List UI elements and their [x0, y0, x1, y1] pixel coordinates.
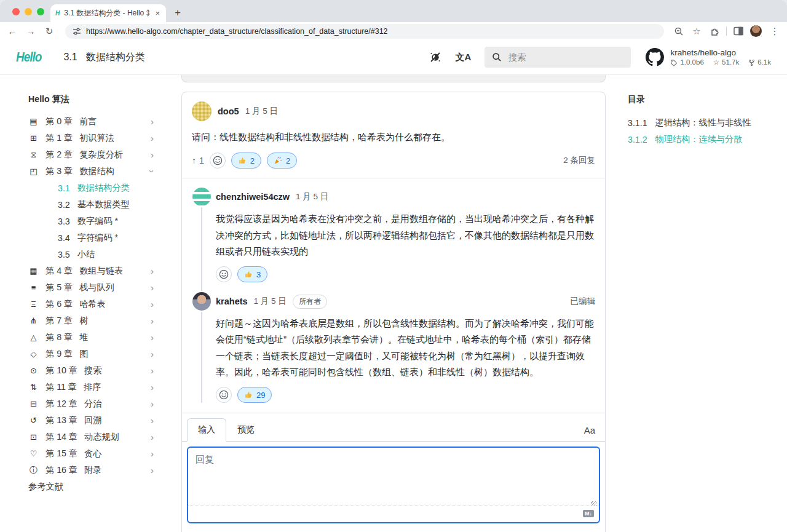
avatar[interactable]	[192, 188, 211, 206]
hello-algo-logo[interactable]: Hello	[16, 49, 41, 65]
close-window-button[interactable]	[12, 8, 20, 15]
toolbar-divider	[726, 26, 727, 36]
sidebar-item-chapter-12[interactable]: ⊟第 12 章分治›	[28, 395, 154, 412]
sidebar-item-chapter-4[interactable]: ▦第 4 章数组与链表›	[28, 263, 154, 279]
zoom-icon[interactable]	[674, 26, 684, 36]
reply-date[interactable]: 1 月 5 日	[296, 191, 328, 202]
sidebar-item-3-1[interactable]: 3.1数据结构分类	[28, 180, 154, 196]
text-format-icon[interactable]: Aa	[584, 425, 595, 441]
sidebar-item-chapter-15[interactable]: ♡第 15 章贪心›	[28, 445, 154, 462]
forward-button[interactable]: →	[25, 26, 37, 36]
resize-grip[interactable]	[591, 501, 597, 506]
sidebar-item-chapter-11[interactable]: ⇅第 11 章排序›	[28, 379, 154, 395]
chevron-right-icon: ›	[151, 415, 154, 426]
star-icon: ☆	[713, 58, 719, 67]
avatar[interactable]	[192, 101, 212, 121]
reply-input-box: M↓	[187, 447, 600, 523]
sidebar-item-3-2[interactable]: 3.2基本数据类型	[28, 196, 154, 213]
hourglass-icon: ⧖	[28, 150, 39, 160]
chevron-right-icon: ›	[151, 133, 154, 143]
comment-header: doo5 1 月 5 日	[182, 92, 605, 121]
sidebar-item-chapter-6[interactable]: Ξ第 6 章哈希表›	[28, 296, 154, 312]
sidebar-item-references[interactable]: 参考文献	[28, 478, 154, 495]
browser-tab[interactable]: H 3.1 数据结构分类 - Hello 算法 ×	[50, 4, 166, 22]
chevron-right-icon: ›	[151, 282, 154, 293]
extensions-icon[interactable]	[710, 26, 719, 36]
comment-date[interactable]: 1 月 5 日	[245, 106, 278, 117]
owner-badge: 所有者	[293, 295, 327, 309]
reaction-count: 2	[286, 156, 290, 165]
chevron-right-icon: ›	[151, 332, 154, 343]
sidebar-item-chapter-2[interactable]: ⧖第 2 章复杂度分析›	[28, 146, 154, 163]
toc-item-3-1-1[interactable]: 3.1.1逻辑结构：线性与非线性	[628, 114, 787, 131]
bookmark-star-icon[interactable]: ☆	[690, 26, 703, 37]
sidebar-item-chapter-16[interactable]: ⓘ第 16 章附录›	[28, 462, 154, 478]
new-tab-button[interactable]: +	[175, 7, 181, 19]
reaction-pill-party[interactable]: 2	[267, 153, 297, 169]
sidebar-item-3-3[interactable]: 3.3数字编码 *	[28, 213, 154, 229]
thumbs-up-icon	[244, 391, 253, 399]
smiley-icon	[213, 156, 223, 165]
sidebar-item-chapter-7[interactable]: ⋔第 7 章树›	[28, 312, 154, 329]
comment-thread-card: doo5 1 月 5 日 请问：线性数据结构和非线性数据结构，哈希表为什么都存在…	[181, 92, 606, 532]
page-title: 3.1数据结构分类	[63, 51, 144, 64]
sidebar-item-chapter-9[interactable]: ◇第 9 章图›	[28, 346, 154, 362]
comment-author[interactable]: doo5	[218, 106, 239, 116]
sidebar-item-chapter-0[interactable]: ▤第 0 章前言›	[28, 113, 154, 130]
avatar[interactable]	[192, 292, 211, 311]
reaction-count: 29	[256, 391, 265, 400]
chevron-right-icon: ›	[151, 299, 154, 309]
sidebar-item-chapter-13[interactable]: ↺第 13 章回溯›	[28, 412, 154, 429]
graph-icon: ◇	[28, 349, 39, 359]
chevron-down-icon: ›	[147, 170, 157, 173]
reply-date[interactable]: 1 月 5 日	[254, 296, 287, 307]
sidebar-item-chapter-8[interactable]: △第 8 章堆›	[28, 329, 154, 346]
tab-preview[interactable]: 预览	[226, 419, 266, 441]
close-tab-icon[interactable]: ×	[154, 9, 161, 18]
back-button[interactable]: ←	[6, 26, 18, 36]
add-reaction-button[interactable]	[210, 153, 226, 169]
favicon: H	[55, 10, 60, 17]
reaction-pill-thumbsup[interactable]: 29	[237, 387, 272, 403]
reaction-pill-thumbsup[interactable]: 2	[231, 153, 261, 169]
sidebar-nav: Hello 算法 ▤第 0 章前言› ⊞第 1 章初识算法› ⧖第 2 章复杂度…	[0, 75, 181, 531]
reply-footer: 3	[216, 266, 595, 282]
add-reaction-button[interactable]	[216, 387, 232, 403]
site-settings-icon[interactable]	[73, 27, 81, 36]
add-reaction-button[interactable]	[216, 266, 232, 282]
github-repo-link[interactable]: krahets/hello-algo 1.0.0b6 ☆ 51.7k 6.1k	[646, 47, 771, 67]
sidebar-item-3-5[interactable]: 3.5小结	[28, 246, 154, 263]
chevron-right-icon: ›	[151, 349, 154, 359]
sidebar-item-3-4[interactable]: 3.4字符编码 *	[28, 229, 154, 246]
reaction-pill-thumbsup[interactable]: 3	[237, 266, 267, 282]
translate-icon[interactable]: 文A	[456, 52, 472, 63]
markdown-icon[interactable]: M↓	[583, 510, 594, 517]
maximize-window-button[interactable]	[37, 8, 44, 15]
sidebar-item-chapter-5[interactable]: ≡第 5 章栈与队列›	[28, 279, 154, 296]
search-input[interactable]: 搜索	[484, 47, 631, 68]
sidebar-item-chapter-10[interactable]: ⊙第 10 章搜索›	[28, 362, 154, 379]
reply-header: chenzhiwei54czw 1 月 5 日	[216, 188, 595, 206]
menu-kebab-icon[interactable]: ⋮	[769, 26, 781, 37]
address-bar[interactable]: https://www.hello-algo.com/chapter_data_…	[65, 24, 664, 39]
upvote-button[interactable]: ↑1	[192, 156, 204, 165]
sidebar-item-chapter-1[interactable]: ⊞第 1 章初识算法›	[28, 130, 154, 146]
side-panel-icon[interactable]	[734, 26, 743, 36]
sidebar-item-chapter-3[interactable]: ◰第 3 章数据结构›	[28, 163, 154, 180]
reply-textarea[interactable]	[188, 448, 599, 506]
backtrack-icon: ↺	[28, 416, 39, 425]
comments-column: doo5 1 月 5 日 请问：线性数据结构和非线性数据结构，哈希表为什么都存在…	[181, 75, 606, 531]
tab-write[interactable]: 输入	[187, 418, 226, 442]
reply-footer: 29	[216, 387, 595, 403]
toc-item-3-1-2[interactable]: 3.1.2物理结构：连续与分散	[628, 131, 787, 148]
reload-button[interactable]: ↻	[43, 26, 55, 37]
theme-toggle-icon[interactable]	[429, 50, 442, 64]
chevron-right-icon: ›	[151, 365, 154, 376]
reply-author[interactable]: chenzhiwei54czw	[216, 192, 290, 202]
replies-section: chenzhiwei54czw 1 月 5 日 我觉得应该是因为哈希表在没有冲突…	[182, 178, 605, 403]
divide-icon: ⊟	[28, 399, 39, 408]
reply-author[interactable]: krahets	[216, 296, 248, 306]
minimize-window-button[interactable]	[25, 8, 32, 15]
sidebar-item-chapter-14[interactable]: ⊡第 14 章动态规划›	[28, 429, 154, 445]
profile-avatar[interactable]	[750, 25, 762, 37]
